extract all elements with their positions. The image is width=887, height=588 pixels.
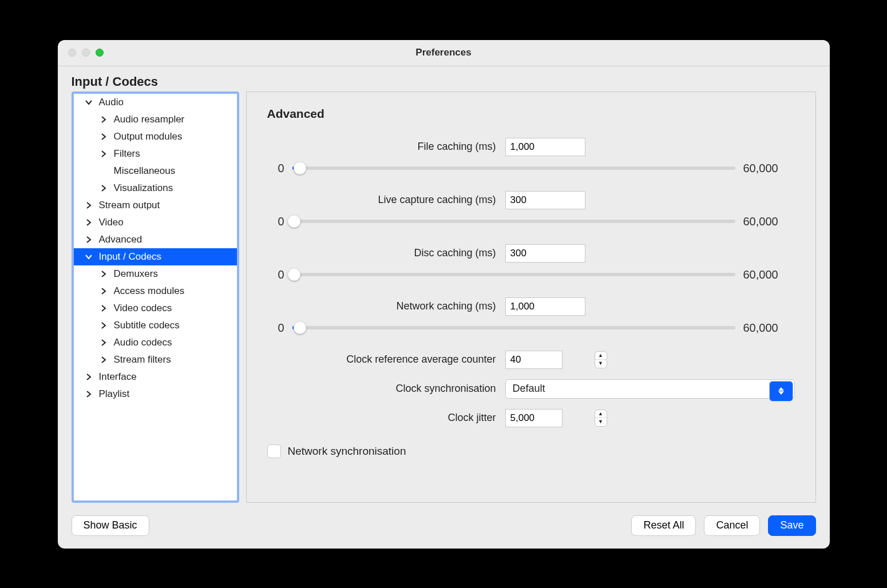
sidebar-item-audio[interactable]: Audio — [74, 94, 237, 111]
chevron-down-icon[interactable]: ▼ — [595, 360, 607, 368]
save-button[interactable]: Save — [768, 515, 815, 536]
chevron-up-icon[interactable]: ▲ — [595, 410, 607, 419]
disc-caching-field: Disc caching (ms) — [267, 244, 795, 263]
show-basic-button[interactable]: Show Basic — [72, 515, 149, 536]
disc-caching-label: Disc caching (ms) — [267, 247, 496, 259]
slider-max: 60,000 — [743, 215, 795, 228]
sidebar-tree[interactable]: AudioAudio resamplerOutput modulesFilter… — [72, 92, 239, 503]
sidebar-item-label: Stream output — [99, 200, 160, 211]
chevron-right-icon[interactable] — [83, 374, 94, 380]
chevron-right-icon[interactable] — [98, 185, 109, 192]
sidebar-item-advanced[interactable]: Advanced — [74, 231, 237, 248]
sidebar-item-input-codecs[interactable]: Input / Codecs — [74, 248, 237, 265]
sidebar-item-subtitle-codecs[interactable]: Subtitle codecs — [74, 317, 237, 334]
clock-jitter-input[interactable] — [505, 409, 563, 427]
chevron-right-icon[interactable] — [98, 150, 109, 157]
clock-jitter-stepper[interactable]: ▲ ▼ — [595, 410, 607, 427]
sidebar-item-access-modules[interactable]: Access modules — [74, 283, 237, 300]
sidebar-item-audio-resampler[interactable]: Audio resampler — [74, 111, 237, 128]
sidebar-item-playlist[interactable]: Playlist — [74, 386, 237, 403]
network-caching-slider[interactable] — [292, 322, 735, 333]
sidebar-item-label: Audio resampler — [114, 114, 185, 125]
sidebar-item-label: Video — [99, 217, 124, 228]
sidebar-item-label: Playlist — [99, 388, 130, 400]
content-area: Input / Codecs AudioAudio resamplerOutpu… — [58, 66, 830, 549]
clock-jitter-label: Clock jitter — [267, 412, 496, 424]
chevron-right-icon[interactable] — [98, 305, 109, 312]
clock-ref-field: Clock reference average counter ▲ ▼ — [267, 351, 795, 369]
chevron-right-icon[interactable] — [98, 322, 109, 329]
slider-min: 0 — [267, 268, 284, 281]
sidebar-item-interface[interactable]: Interface — [74, 368, 237, 386]
slider-max: 60,000 — [743, 162, 795, 175]
clock-sync-label: Clock synchronisation — [267, 383, 496, 395]
sidebar-item-demuxers[interactable]: Demuxers — [74, 265, 237, 283]
sidebar-item-label: Advanced — [99, 234, 142, 245]
settings-pane: Advanced File caching (ms) 0 60,000 Live… — [246, 92, 816, 503]
reset-all-button[interactable]: Reset All — [631, 515, 696, 536]
network-caching-input[interactable] — [505, 297, 585, 316]
slider-min: 0 — [267, 162, 284, 175]
chevron-down-icon[interactable]: ▼ — [595, 418, 607, 426]
clock-jitter-field: Clock jitter ▲ ▼ — [267, 409, 795, 427]
chevron-right-icon[interactable] — [98, 339, 109, 346]
chevron-right-icon[interactable] — [83, 236, 94, 243]
sidebar-item-label: Subtitle codecs — [114, 320, 180, 331]
sidebar-item-label: Access modules — [114, 285, 185, 297]
updown-icon[interactable] — [769, 381, 793, 402]
chevron-right-icon[interactable] — [83, 391, 94, 398]
sidebar-item-label: Output modules — [114, 131, 183, 142]
sidebar-item-label: Audio — [99, 97, 124, 108]
sidebar-item-label: Demuxers — [114, 268, 158, 280]
live-caching-slider-row: 0 60,000 — [267, 215, 795, 228]
columns: AudioAudio resamplerOutput modulesFilter… — [72, 92, 816, 503]
chevron-up-icon[interactable]: ▲ — [595, 352, 607, 360]
chevron-right-icon[interactable] — [98, 271, 109, 277]
clock-sync-value: Default — [505, 379, 795, 399]
disc-caching-input[interactable] — [505, 244, 585, 263]
clock-ref-input[interactable] — [505, 351, 563, 369]
sidebar-item-audio-codecs[interactable]: Audio codecs — [74, 334, 237, 351]
sidebar-item-filters[interactable]: Filters — [74, 145, 237, 162]
sidebar-item-label: Input / Codecs — [99, 251, 162, 263]
sidebar-item-miscellaneous[interactable]: Miscellaneous — [74, 162, 237, 180]
sidebar-item-label: Miscellaneous — [114, 165, 176, 177]
chevron-down-icon[interactable] — [83, 253, 94, 260]
sidebar-item-label: Stream filters — [114, 354, 171, 365]
chevron-right-icon[interactable] — [98, 116, 109, 123]
clock-ref-stepper[interactable]: ▲ ▼ — [595, 351, 607, 368]
live-caching-input[interactable] — [505, 191, 585, 209]
footer: Show Basic Reset All Cancel Save — [58, 506, 830, 549]
clock-ref-label: Clock reference average counter — [267, 353, 496, 365]
sidebar-item-stream-filters[interactable]: Stream filters — [74, 351, 237, 368]
clock-sync-select[interactable]: Default — [505, 379, 795, 399]
file-caching-input[interactable] — [505, 138, 585, 156]
network-sync-label: Network synchronisation — [288, 445, 406, 458]
chevron-right-icon[interactable] — [98, 288, 109, 295]
network-caching-label: Network caching (ms) — [267, 300, 496, 312]
live-caching-slider[interactable] — [292, 216, 735, 227]
chevron-right-icon[interactable] — [83, 202, 94, 209]
sidebar-item-visualizations[interactable]: Visualizations — [74, 180, 237, 197]
chevron-right-icon[interactable] — [98, 133, 109, 140]
network-sync-checkbox[interactable] — [267, 444, 281, 458]
chevron-down-icon[interactable] — [83, 99, 94, 106]
sidebar-item-label: Audio codecs — [114, 337, 172, 348]
live-caching-label: Live capture caching (ms) — [267, 194, 496, 206]
sidebar-item-stream-output[interactable]: Stream output — [74, 197, 237, 214]
sidebar-item-output-modules[interactable]: Output modules — [74, 128, 237, 145]
file-caching-field: File caching (ms) — [267, 138, 795, 156]
chevron-right-icon[interactable] — [98, 356, 109, 363]
page-title: Input / Codecs — [72, 74, 816, 89]
network-sync-row: Network synchronisation — [267, 444, 795, 458]
live-caching-field: Live capture caching (ms) — [267, 191, 795, 209]
sidebar-item-video-codecs[interactable]: Video codecs — [74, 300, 237, 317]
slider-max: 60,000 — [743, 321, 795, 335]
cancel-button[interactable]: Cancel — [704, 515, 760, 536]
sidebar-item-video[interactable]: Video — [74, 214, 237, 231]
sidebar-item-label: Visualizations — [114, 182, 173, 194]
file-caching-slider[interactable] — [292, 162, 735, 174]
chevron-right-icon[interactable] — [83, 219, 94, 226]
disc-caching-slider[interactable] — [292, 269, 735, 280]
file-caching-label: File caching (ms) — [267, 141, 496, 153]
